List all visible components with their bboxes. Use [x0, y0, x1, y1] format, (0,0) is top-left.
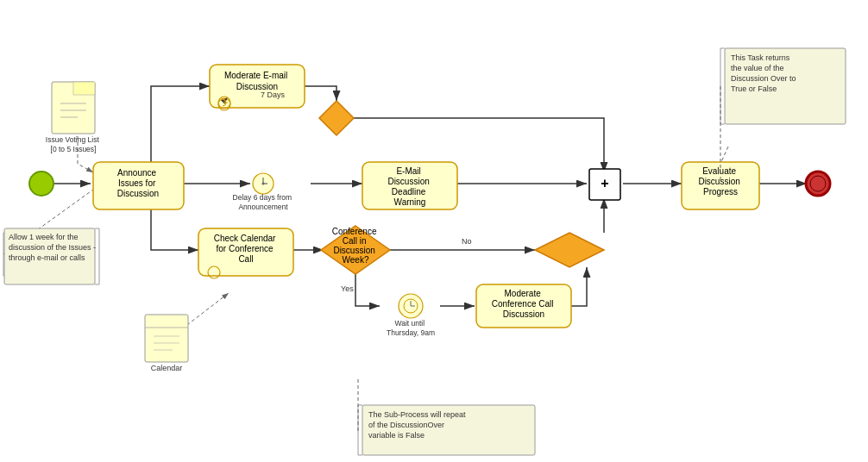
announce-task-label: Announce Issues for Discussion — [117, 168, 159, 198]
svg-point-18 — [810, 176, 826, 191]
wait-label: Wait until Thursday, 9am — [387, 319, 435, 337]
issue-doc-label: Issue Voting List [0 to 5 Issues] — [46, 135, 101, 153]
seven-days-label: 7 Days — [261, 91, 286, 99]
calendar-doc-label: Calendar — [151, 364, 183, 372]
yes-label: Yes — [341, 284, 354, 293]
start-event — [29, 172, 53, 196]
diamond2 — [535, 233, 604, 267]
svg-marker-23 — [73, 82, 95, 95]
diamond1 — [319, 101, 354, 135]
delay-label: Delay 6 days from Announcement — [233, 193, 294, 211]
parallel-gateway-label: + — [601, 176, 608, 190]
svg-line-13 — [720, 147, 728, 164]
calendar-doc-icon — [145, 315, 188, 362]
no-label: No — [462, 237, 472, 246]
bpmn-diagram: Announce Issues for Discussion Moderate … — [0, 0, 868, 462]
